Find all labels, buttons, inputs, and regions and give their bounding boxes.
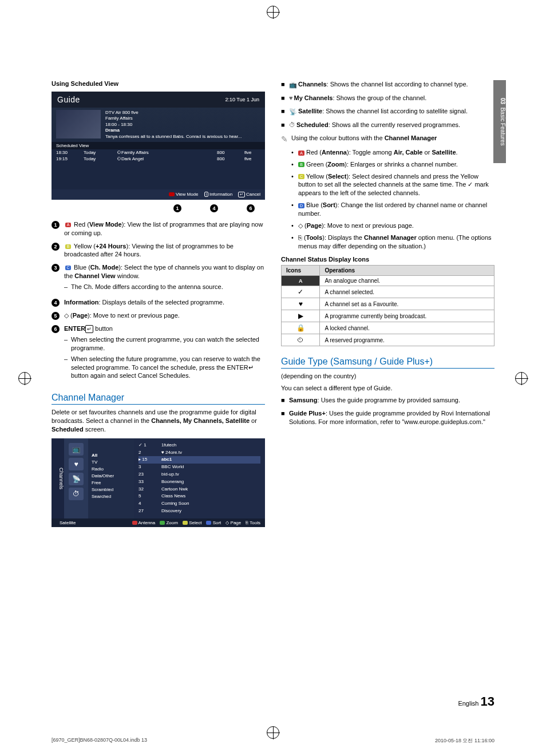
tv-icon: 📺 (289, 81, 297, 89)
green-label-icon: B (298, 162, 304, 167)
guide-row-num: 800 (217, 156, 236, 161)
colour-item: B Green (Zoom): Enlarges or shrinks a ch… (291, 160, 494, 169)
enter-key-icon: ↵ (85, 325, 93, 333)
guide-meta-desc: Tanya confesses all to a stunned Babs. C… (105, 134, 242, 140)
heart-icon: ♥ (282, 298, 320, 310)
heart-icon: ♥ (289, 94, 293, 102)
guide-title: Guide (57, 95, 80, 104)
guide-meta-tag: Drama (105, 128, 242, 133)
channel-name: 1futech (161, 442, 176, 449)
guide-row-day: Today (84, 156, 109, 161)
list-item: 📺Channels: Shows the channel list accord… (281, 80, 494, 89)
guide-thumbnail (56, 110, 101, 138)
blue-button-icon: C (65, 266, 71, 270)
guide-row-chan: five (244, 150, 260, 155)
blue-label-icon: D (298, 203, 304, 208)
filter-item: TV (92, 459, 130, 466)
channel-manager-intro: Delete or set favourites channels and us… (52, 408, 265, 434)
filter-item: Free (92, 480, 130, 486)
list-item: Guide Plus+: Uses the guide programme pr… (281, 409, 494, 426)
sublist-item: The Ch. Mode differs according to the an… (64, 283, 265, 291)
guide-box: Guide 2:10 Tue 1 Jun DTV Air 800 five Fa… (52, 92, 265, 200)
icons-table-heading: Channel Status Display Icons (281, 256, 494, 263)
callout-1: 1 (173, 204, 181, 212)
list-item: 2 B Yellow (+24 Hours): Viewing the list… (52, 242, 265, 259)
blue-dot-icon (206, 521, 211, 525)
note: Using the colour buttons with the Channe… (281, 134, 494, 145)
table-row: An analogue channel. (320, 276, 494, 286)
guide-foot-info: Information (209, 192, 232, 197)
print-filename: [6970_GER]BN68-02807Q-00L04.indb 13 (52, 737, 147, 745)
chapter-number: 03 (500, 98, 506, 104)
clock-icon: ⏱ (69, 488, 84, 500)
channel-name: Coming Soon (161, 500, 189, 508)
yellow-dot-icon (183, 521, 188, 525)
list-item: 📡Satellite: Shows the channel list accor… (281, 107, 494, 116)
icons-table: IconsOperations AAn analogue channel. ✓A… (281, 265, 494, 346)
guide-rows: 18:30 Today ⏲Family Affairs 800 five 19:… (52, 149, 265, 189)
return-key-icon: ↵ (238, 192, 245, 197)
table-row: A channel set as a Favourite. (320, 298, 494, 310)
guide-row: 18:30 Today ⏲Family Affairs 800 five (52, 149, 265, 156)
guide-meta-channel: DTV Air 800 five (105, 110, 242, 116)
guide-row-programme: Family Affairs (121, 150, 149, 155)
tools-icon: ⎘ (298, 234, 302, 241)
chapter-tab: 03 Basic Features (493, 80, 506, 163)
channel-name: bid-up.tv (161, 471, 179, 478)
yellow-button-icon: B (65, 244, 71, 249)
callout-4: 4 (210, 204, 218, 212)
info-key-icon: i (204, 192, 209, 197)
red-pill-icon (169, 192, 175, 196)
list-item: ⏱Scheduled: Shows all the currently rese… (281, 121, 494, 130)
channel-name: Class News (161, 493, 185, 500)
sublist-item: When selecting the future programme, you… (64, 355, 265, 381)
red-dot-icon (132, 521, 137, 525)
guide-row-time: 19:15 (56, 156, 76, 161)
channel-name: BBC World (161, 464, 184, 471)
using-scheduled-view-heading: Using Scheduled View (52, 80, 265, 87)
registration-mark-right (515, 372, 528, 385)
check-icon: ✓ (139, 442, 143, 448)
guide-type-intro: You can select a different type of Guide… (281, 384, 494, 393)
chapter-label: Basic Features (500, 107, 506, 145)
cmgr-source: Satellite (56, 520, 76, 525)
table-row: A reserved programme. (320, 334, 494, 346)
channel-name: abc1 (161, 456, 172, 464)
footer-page-number: 13 (481, 694, 494, 708)
page-icon: ◇ (298, 222, 303, 229)
tv-icon: 📺 (69, 443, 84, 456)
channel-manager-heading: Channel Manager (52, 393, 265, 405)
list-item: 5 ◇ (Page): Move to next or previous pag… (52, 311, 265, 320)
reserved-icon: ⏲ (282, 334, 320, 346)
satellite-icon: 📡 (69, 473, 84, 485)
guide-row-chan: five (244, 156, 260, 161)
colour-item: D Blue (Sort): Change the list ordered b… (291, 201, 494, 218)
list-item: 6 ENTER↵ button When selecting the curre… (52, 324, 265, 382)
table-row: A channel selected. (320, 286, 494, 298)
footer-lang: English (458, 700, 478, 707)
heart-icon: ♥ (69, 458, 84, 470)
guide-row: 19:15 Today ⏲Dark Angel 800 five (52, 156, 265, 162)
list-item: 4 Information: Displays details of the s… (52, 298, 265, 307)
channel-name: Cartoon Nwk (161, 486, 188, 493)
filter-item: Searched (92, 493, 130, 500)
filter-item: Data/Other (92, 473, 130, 480)
channel-name: 24ore.tv (165, 450, 182, 455)
guide-row-time: 18:30 (56, 150, 76, 155)
guide-foot-cancel: Cancel (246, 192, 260, 197)
col-icons: Icons (282, 266, 320, 276)
registration-mark-top (267, 6, 279, 18)
page-footer: English 13 (458, 694, 494, 709)
col-operations: Operations (320, 266, 494, 276)
print-footer: [6970_GER]BN68-02807Q-00L04.indb 13 2010… (52, 737, 494, 745)
list-item: ♥My Channels: Shows the group of the cha… (281, 94, 494, 103)
filter-item: Scrambled (92, 486, 130, 493)
yellow-label-icon: C (298, 174, 304, 179)
clock-icon: ⏲ (117, 150, 121, 155)
sublist-item: When selecting the current programme, yo… (64, 335, 265, 353)
guide-clock: 2:10 Tue 1 Jun (225, 97, 259, 102)
broadcast-icon: ▶ (282, 310, 320, 322)
guide-foot-view: View Mode (176, 192, 198, 197)
satellite-icon: 📡 (289, 108, 297, 116)
clock-icon: ⏲ (117, 156, 121, 161)
